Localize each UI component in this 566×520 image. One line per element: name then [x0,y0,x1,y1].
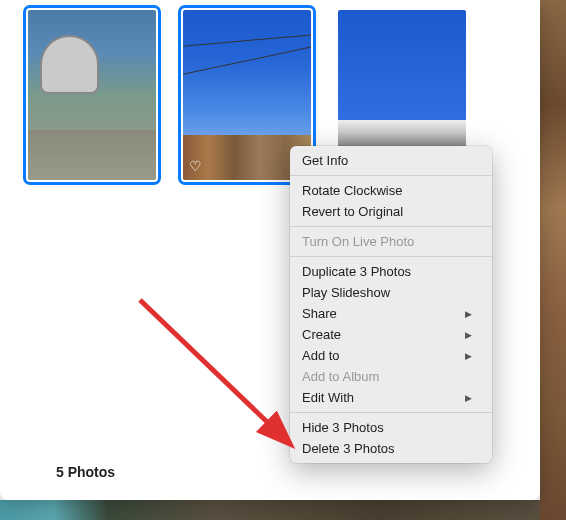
menu-duplicate[interactable]: Duplicate 3 Photos [290,261,492,282]
menu-share[interactable]: Share▶ [290,303,492,324]
photo-thumbnail[interactable] [28,10,156,180]
photo-count-label: 5 Photos [56,464,115,480]
chevron-right-icon: ▶ [465,309,472,319]
menu-turn-on-live-photo: Turn On Live Photo [290,231,492,252]
menu-item-label: Share [302,306,337,321]
menu-item-label: Rotate Clockwise [302,183,402,198]
menu-divider [290,412,492,413]
menu-divider [290,256,492,257]
menu-item-label: Add to [302,348,340,363]
menu-get-info[interactable]: Get Info [290,150,492,171]
menu-add-to[interactable]: Add to▶ [290,345,492,366]
desktop-wallpaper-bottom [0,500,540,520]
menu-item-label: Revert to Original [302,204,403,219]
menu-play-slideshow[interactable]: Play Slideshow [290,282,492,303]
menu-edit-with[interactable]: Edit With▶ [290,387,492,408]
context-menu: Get Info Rotate Clockwise Revert to Orig… [290,146,492,463]
menu-delete-photos[interactable]: Delete 3 Photos [290,438,492,459]
menu-add-to-album: Add to Album [290,366,492,387]
menu-divider [290,175,492,176]
menu-revert-to-original[interactable]: Revert to Original [290,201,492,222]
menu-item-label: Turn On Live Photo [302,234,414,249]
menu-divider [290,226,492,227]
desktop-wallpaper-right [540,0,566,520]
decorative-line [183,44,311,76]
menu-item-label: Duplicate 3 Photos [302,264,411,279]
menu-item-label: Get Info [302,153,348,168]
menu-item-label: Add to Album [302,369,379,384]
heart-icon: ♡ [189,158,205,174]
chevron-right-icon: ▶ [465,393,472,403]
decorative-line [183,33,311,47]
menu-item-label: Edit With [302,390,354,405]
menu-rotate-clockwise[interactable]: Rotate Clockwise [290,180,492,201]
menu-item-label: Delete 3 Photos [302,441,395,456]
chevron-right-icon: ▶ [465,330,472,340]
menu-item-label: Create [302,327,341,342]
menu-hide-photos[interactable]: Hide 3 Photos [290,417,492,438]
menu-item-label: Play Slideshow [302,285,390,300]
menu-item-label: Hide 3 Photos [302,420,384,435]
menu-create[interactable]: Create▶ [290,324,492,345]
chevron-right-icon: ▶ [465,351,472,361]
